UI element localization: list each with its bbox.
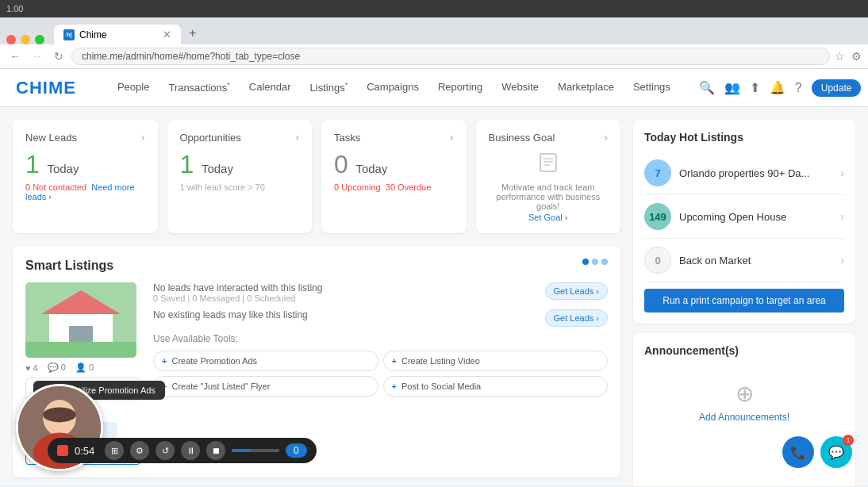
plus-icon-1: + [162,356,167,366]
svg-point-7 [43,407,76,422]
listing-stats-row: ♥ 4 💬 0 👤 0 [25,362,140,373]
tasks-number: 0 [334,150,348,178]
create-just-listed-btn[interactable]: + Create "Just Listed" Flyer [153,376,378,397]
os-bar: 1.00 [0,0,868,17]
no-leads-text: No leads have interacted with this listi… [153,282,322,293]
grid-view-btn[interactable]: ⊞ [105,441,124,460]
nav-settings[interactable]: Settings [624,70,680,105]
business-goal-arrow[interactable]: › [604,131,608,144]
nav-listings[interactable]: Listings* [301,70,358,105]
nav-reporting[interactable]: Reporting [428,70,492,105]
get-leads-btn-2[interactable]: Get Leads › [545,309,608,327]
tools-grid: + Create Promotion Ads + Create Listing … [153,351,608,397]
post-social-media-btn[interactable]: + Post to Social Media [383,376,609,397]
tasks-overdue: 30 Overdue [386,182,431,192]
reload-btn[interactable]: ↻ [51,48,67,64]
tab-title: Chime [79,29,107,40]
new-tab-btn[interactable]: + [182,22,202,44]
hot-item-text-1: Orlando properties 90+ Da... [679,167,832,179]
hot-item-2[interactable]: 149 Upcoming Open House › [644,195,844,239]
stop-btn[interactable]: ⏹ [206,441,225,460]
nav-people[interactable]: People [108,70,159,105]
business-goal-icon [489,150,609,176]
browser-tab-active[interactable]: h| Chime ✕ [54,25,181,44]
no-leads-row: No leads have interacted with this listi… [153,282,608,303]
hot-badge-3: 0 [644,247,671,274]
browser-tabs: h| Chime ✕ + [6,22,862,44]
close-window-btn[interactable] [6,35,16,44]
listing-image-inner [25,282,136,358]
section-dots [582,259,608,265]
create-listing-video-btn[interactable]: + Create Listing Video [383,351,609,371]
main-nav: People Transactions* Calendar Listings* … [108,70,680,105]
dot-2[interactable] [592,259,598,265]
bell-icon[interactable]: 🔔 [770,80,785,95]
app-header: CHIME People Transactions* Calendar List… [0,69,868,107]
forward-btn[interactable]: → [29,48,46,64]
settings-btn[interactable]: ⚙ [130,441,149,460]
business-goal-title: Business Goal [489,132,555,144]
run-campaign-btn[interactable]: Run a print campaign to target an area [644,289,844,313]
search-icon[interactable]: 🔍 [699,80,715,95]
back-btn[interactable]: ← [6,48,24,64]
nav-marketplace[interactable]: Marketplace [548,70,624,105]
svg-rect-0 [540,154,556,171]
chat-fab[interactable]: 💬 1 [820,436,852,468]
main-content: New Leads › 1 Today 0 Not contacted Need… [0,107,868,486]
listing-stat-2: 💬 0 [48,362,66,373]
window-controls [6,35,44,44]
set-goal-link[interactable]: Set Goal › [489,213,609,222]
dot-3[interactable] [601,259,608,265]
new-leads-sub: 0 Not contacted Need more leads › [25,182,145,201]
no-existing-text: No existing leads may like this listing [153,309,308,320]
chat-badge: 1 [843,435,854,446]
tool-icon-5[interactable] [102,422,117,438]
minimize-window-btn[interactable] [21,35,30,44]
tab-close-btn[interactable]: ✕ [163,29,171,40]
new-leads-label: Today [47,162,79,175]
hot-listings-card: Today Hot Listings 7 Orlando properties … [633,120,855,324]
nav-calendar[interactable]: Calendar [240,70,301,105]
hot-item-arrow-2: › [840,210,844,223]
tasks-sub: 0 Upcoming 30 Overdue [334,182,454,192]
hot-item-3[interactable]: 0 Back on Market › [644,239,844,282]
tasks-label: Today [355,162,387,175]
os-bar-text: 1.00 [6,4,23,13]
smart-listings-title: Smart Listings [25,259,608,273]
pause-btn[interactable]: ⏸ [181,441,200,460]
new-leads-arrow[interactable]: › [141,131,145,144]
tools-label: Use Available Tools: [153,333,608,344]
add-announcement-area[interactable]: ⊕ Add Announcements! [644,365,844,439]
tab-favicon: h| [63,29,75,40]
left-column: New Leads › 1 Today 0 Not contacted Need… [13,120,620,486]
no-existing-row: No existing leads may like this listing … [153,309,608,327]
video-time: 0:54 [75,445,98,457]
tasks-arrow[interactable]: › [450,131,454,144]
browser-nav: ← → ↻ chime.me/admin/home#/home?hoti_tab… [0,44,868,69]
extensions-icon[interactable]: ⚙ [851,50,862,63]
nav-transactions[interactable]: Transactions* [159,70,239,105]
tasks-title: Tasks [334,132,360,144]
phone-fab[interactable]: 📞 [782,436,814,468]
nav-website[interactable]: Website [492,70,548,105]
upload-icon[interactable]: ⬆ [750,80,760,95]
update-button[interactable]: Update [812,79,862,97]
rewind-btn[interactable]: ↺ [156,441,175,460]
hot-item-1[interactable]: 7 Orlando properties 90+ Da... › [644,151,844,195]
announcements-title: Announcement(s) [644,344,844,357]
create-promotion-btn[interactable]: + Create Promotion Ads [153,351,378,371]
address-bar[interactable]: chime.me/admin/home#/home?hoti_tab_type=… [71,48,830,65]
maximize-window-btn[interactable] [35,35,44,44]
opportunities-arrow[interactable]: › [295,131,299,144]
bookmark-icon[interactable]: ☆ [835,50,845,63]
nav-campaigns[interactable]: Campaigns [357,70,428,105]
video-progress-bar[interactable] [232,449,279,452]
add-announcement-text[interactable]: Add Announcements! [699,412,789,423]
get-leads-btn-1[interactable]: Get Leads › [545,282,608,300]
plus-icon-4: + [392,382,397,391]
dot-1[interactable] [582,259,589,265]
contacts-icon[interactable]: 👥 [724,80,740,95]
app-container: CHIME People Transactions* Calendar List… [0,69,868,486]
help-icon[interactable]: ? [795,81,802,95]
business-goal-card: Business Goal › Motivate and track team … [476,120,621,233]
